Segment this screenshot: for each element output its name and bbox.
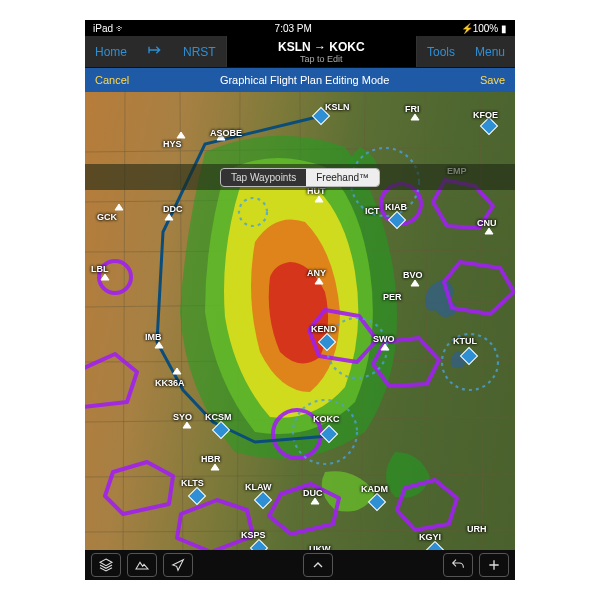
layers-button[interactable] — [91, 553, 121, 577]
svg-marker-29 — [411, 114, 419, 120]
svg-text:SWO: SWO — [373, 334, 395, 344]
airport-kfoe[interactable]: KFOE — [473, 110, 498, 134]
waypoint-bvo[interactable]: BVO — [403, 270, 423, 286]
svg-line-8 — [123, 92, 125, 550]
app-window: iPad ᯤ 7:03 PM ⚡100% ▮ Home NRST KSLN → … — [85, 20, 515, 580]
airport-ksln[interactable]: KSLN — [313, 102, 350, 124]
svg-text:DUC: DUC — [303, 488, 323, 498]
waypoint-ddc[interactable]: DDC — [163, 204, 183, 220]
svg-text:HBR: HBR — [201, 454, 221, 464]
waypoint-hys[interactable]: HYS — [163, 132, 185, 149]
waypoint-hbr[interactable]: HBR — [201, 454, 221, 470]
status-carrier: iPad ᯤ — [93, 23, 126, 34]
map-view[interactable]: Tap Waypoints Freehand™ — [85, 92, 515, 550]
layers-icon — [98, 557, 114, 573]
svg-text:DDC: DDC — [163, 204, 183, 214]
waypoint-urh[interactable]: URH — [467, 524, 487, 534]
svg-text:GCK: GCK — [97, 212, 118, 222]
svg-marker-62 — [183, 422, 191, 428]
menu-button[interactable]: Menu — [465, 45, 515, 59]
status-time: 7:03 PM — [126, 23, 461, 34]
svg-text:KLAW: KLAW — [245, 482, 272, 492]
svg-text:HYS: HYS — [163, 139, 182, 149]
airport-klts[interactable]: KLTS — [181, 478, 205, 504]
waypoint-per[interactable]: PER — [383, 292, 402, 302]
bottom-toolbar — [85, 550, 515, 580]
svg-text:KTUL: KTUL — [453, 336, 477, 346]
direct-to-button[interactable] — [137, 42, 173, 61]
undo-button[interactable] — [443, 553, 473, 577]
tap-waypoints-segment[interactable]: Tap Waypoints — [221, 169, 306, 186]
waypoint-imb[interactable]: IMB — [145, 332, 163, 348]
svg-marker-34 — [115, 204, 123, 210]
svg-rect-82 — [427, 542, 444, 550]
map-svg: KSLN HYS ASOBE FRI KFOE EMP GCK DDC HUT … — [85, 92, 515, 550]
svg-marker-50 — [411, 280, 419, 286]
add-button[interactable] — [479, 553, 509, 577]
cancel-button[interactable]: Cancel — [95, 74, 129, 86]
svg-text:KADM: KADM — [361, 484, 388, 494]
svg-rect-72 — [255, 492, 272, 509]
status-battery: ⚡100% ▮ — [461, 23, 507, 34]
tools-button[interactable]: Tools — [417, 45, 465, 59]
svg-text:KSPS: KSPS — [241, 530, 266, 540]
svg-rect-70 — [189, 488, 206, 505]
home-button[interactable]: Home — [85, 45, 137, 59]
svg-text:FRI: FRI — [405, 104, 420, 114]
nrst-button[interactable]: NRST — [173, 45, 226, 59]
waypoint-kk36a[interactable]: KK36A — [155, 368, 185, 388]
route-title-button[interactable]: KSLN → KOKC Tap to Edit — [226, 36, 417, 67]
location-arrow-icon — [170, 557, 186, 573]
chevron-up-icon — [310, 557, 326, 573]
svg-marker-43 — [485, 228, 493, 234]
svg-text:KSLN: KSLN — [325, 102, 350, 112]
svg-marker-68 — [211, 464, 219, 470]
svg-text:KGYI: KGYI — [419, 532, 441, 542]
svg-rect-78 — [251, 540, 268, 550]
draw-mode-bar: Tap Waypoints Freehand™ — [85, 164, 515, 190]
svg-text:KFOE: KFOE — [473, 110, 498, 120]
ios-status-bar: iPad ᯤ 7:03 PM ⚡100% ▮ — [85, 20, 515, 36]
svg-marker-25 — [177, 132, 185, 138]
svg-text:KEND: KEND — [311, 324, 337, 334]
svg-text:KCSM: KCSM — [205, 412, 232, 422]
waypoint-cnu[interactable]: CNU — [477, 218, 497, 234]
svg-text:SYO: SYO — [173, 412, 192, 422]
airport-kgyi[interactable]: KGYI — [419, 532, 443, 550]
nav-bar: Home NRST KSLN → KOKC Tap to Edit Tools … — [85, 36, 515, 68]
save-button[interactable]: Save — [480, 74, 505, 86]
svg-marker-74 — [311, 498, 319, 504]
waypoint-gck[interactable]: GCK — [97, 204, 123, 222]
freehand-segment[interactable]: Freehand™ — [306, 169, 379, 186]
terrain-button[interactable] — [127, 553, 157, 577]
edit-mode-bar: Cancel Graphical Flight Plan Editing Mod… — [85, 68, 515, 92]
undo-icon — [450, 557, 466, 573]
svg-text:LBL: LBL — [91, 264, 109, 274]
svg-rect-40 — [389, 212, 406, 229]
airport-klaw[interactable]: KLAW — [245, 482, 272, 508]
svg-text:ANY: ANY — [307, 268, 326, 278]
svg-text:KK36A: KK36A — [155, 378, 185, 388]
waypoint-ict[interactable]: ICT — [365, 206, 380, 216]
waypoint-duc[interactable]: DUC — [303, 488, 323, 504]
locate-button[interactable] — [163, 553, 193, 577]
svg-rect-31 — [481, 118, 498, 135]
terrain-icon — [134, 557, 150, 573]
svg-line-6 — [85, 474, 515, 477]
svg-text:PER: PER — [383, 292, 402, 302]
svg-text:CNU: CNU — [477, 218, 497, 228]
waypoint-syo[interactable]: SYO — [173, 412, 192, 428]
edit-mode-title: Graphical Flight Plan Editing Mode — [129, 74, 480, 86]
svg-marker-45 — [101, 274, 109, 280]
svg-text:KLTS: KLTS — [181, 478, 204, 488]
svg-text:ASOBE: ASOBE — [210, 128, 242, 138]
svg-text:BVO: BVO — [403, 270, 423, 280]
draw-mode-segmented[interactable]: Tap Waypoints Freehand™ — [220, 168, 380, 187]
waypoint-fri[interactable]: FRI — [405, 104, 420, 120]
svg-line-14 — [480, 92, 483, 550]
svg-text:ICT: ICT — [365, 206, 380, 216]
expand-button[interactable] — [303, 553, 333, 577]
plus-icon — [486, 557, 502, 573]
svg-text:UKW: UKW — [309, 544, 331, 550]
waypoint-ukw[interactable]: UKW — [309, 544, 331, 550]
